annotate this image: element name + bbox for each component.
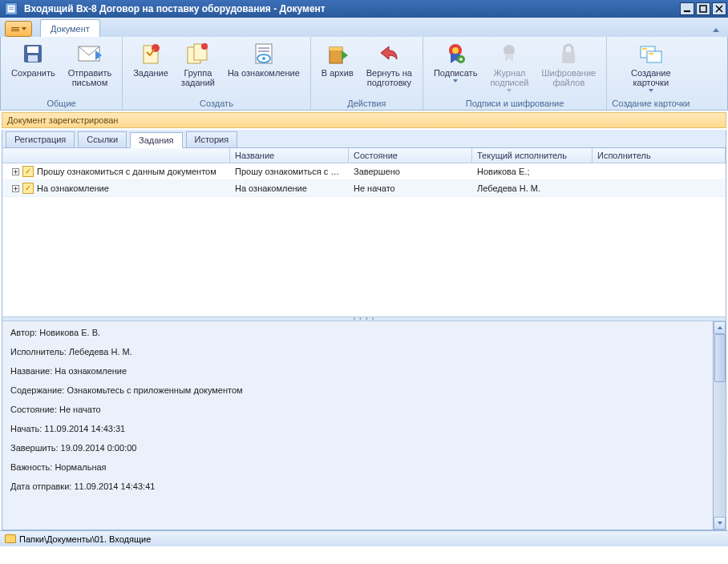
- ribbon-group-common: Сохранить Отправитьписьмом Общие: [1, 37, 123, 110]
- row-current: Лебедева Н. М.: [472, 181, 593, 195]
- svg-rect-29: [649, 53, 653, 54]
- chevron-up-icon: [713, 28, 719, 32]
- row-state: Завершено: [349, 164, 472, 179]
- row-name: Прошу ознакомиться с да...: [230, 164, 349, 179]
- svg-point-13: [201, 43, 208, 50]
- svg-rect-1: [9, 7, 14, 8]
- scroll-thumb[interactable]: [714, 334, 726, 382]
- task-group-icon: [185, 41, 211, 66]
- send-mail-label-2: письмом: [72, 78, 108, 87]
- ribbon: Сохранить Отправитьписьмом Общие Задание…: [0, 37, 728, 111]
- encrypt-label-1: Шифрование: [542, 68, 597, 78]
- ribbon-group-create: Задание Группазаданий На ознакомление Со…: [123, 37, 311, 110]
- group-label-actions: Действия: [347, 97, 386, 110]
- encrypt-button: Шифрованиефайлов: [536, 38, 602, 90]
- grid-header-exec[interactable]: Исполнитель: [593, 148, 726, 163]
- footer-path: Папки\Документы\01. Входящие: [19, 534, 151, 544]
- grid-header-current[interactable]: Текущий исполнитель: [472, 148, 593, 163]
- svg-rect-4: [700, 6, 706, 12]
- chevron-down-icon: [649, 89, 653, 92]
- return-label-2: подготовку: [367, 78, 411, 87]
- journal-button: Журналподписей: [484, 38, 534, 95]
- archive-icon: [325, 41, 350, 66]
- return-icon: [376, 41, 402, 66]
- review-label: На ознакомление: [228, 68, 300, 78]
- detail-finish: Завершить: 19.09.2014 0:00:00: [10, 443, 718, 453]
- expand-toggle[interactable]: [12, 168, 19, 175]
- encrypt-icon: [556, 41, 581, 66]
- group-label-card: Создание карточки: [612, 97, 690, 110]
- encrypt-label-2: файлов: [552, 78, 584, 87]
- save-button[interactable]: Сохранить: [6, 38, 61, 80]
- grid-header-blank[interactable]: [2, 148, 230, 163]
- create-card-label-2: карточки: [633, 78, 669, 87]
- card-tabs: Регистрация Ссылки Задания История: [2, 130, 726, 148]
- scroll-up-button[interactable]: [714, 321, 726, 334]
- task-row-icon: ✓: [22, 183, 34, 194]
- grid-header-name[interactable]: Название: [230, 148, 349, 163]
- tab-history[interactable]: История: [186, 131, 238, 147]
- svg-rect-3: [684, 10, 690, 12]
- tab-tasks[interactable]: Задания: [130, 132, 182, 148]
- svg-rect-2: [9, 9, 14, 10]
- row-exec: [593, 169, 726, 174]
- sign-icon: [443, 41, 468, 66]
- menu-icon: [11, 27, 19, 31]
- create-card-button[interactable]: Созданиекарточки: [625, 38, 677, 95]
- expand-toggle[interactable]: [12, 185, 19, 192]
- sign-button[interactable]: Подписать: [428, 38, 483, 85]
- app-icon: [5, 2, 18, 15]
- group-label-sign: Подписи и шифрование: [466, 97, 564, 110]
- review-button[interactable]: На ознакомление: [222, 38, 305, 80]
- row-current: Новикова Е.;: [472, 164, 593, 179]
- task-group-label-1: Группа: [184, 68, 212, 78]
- send-mail-label-1: Отправить: [68, 68, 112, 78]
- main-area: Название Состояние Текущий исполнитель И…: [2, 148, 726, 530]
- ribbon-group-actions: В архив Вернуть наподготовку Действия: [311, 37, 423, 110]
- svg-rect-7: [28, 55, 38, 62]
- detail-importance: Важность: Нормальная: [10, 462, 718, 472]
- app-menu-button[interactable]: [5, 21, 32, 37]
- tab-registration[interactable]: Регистрация: [6, 131, 75, 147]
- task-label: Задание: [133, 68, 168, 78]
- detail-state: Состояние: Не начато: [10, 405, 718, 414]
- minimize-button[interactable]: [680, 2, 694, 15]
- table-row[interactable]: ✓ Прошу ознакомиться с данным документом…: [2, 163, 726, 180]
- return-button[interactable]: Вернуть наподготовку: [361, 38, 418, 90]
- scroll-down-button[interactable]: [714, 517, 726, 530]
- create-card-label-1: Создание: [631, 68, 671, 78]
- task-group-label-2: заданий: [181, 78, 215, 87]
- task-button[interactable]: Задание: [127, 38, 174, 80]
- save-icon: [20, 41, 46, 66]
- status-text: Документ зарегистрирован: [7, 115, 118, 125]
- window-title: Входящий Вх-8 Договор на поставку оборуд…: [21, 3, 678, 14]
- ribbon-group-card: Созданиекарточки Создание карточки: [607, 37, 694, 110]
- row-exec: [593, 186, 726, 191]
- title-bar: Входящий Вх-8 Договор на поставку оборуд…: [0, 0, 728, 18]
- task-group-button[interactable]: Группазаданий: [176, 38, 220, 90]
- group-label-create: Создать: [200, 97, 233, 110]
- detail-panel: Автор: Новикова Е. В. Исполнитель: Лебед…: [2, 321, 726, 530]
- table-row[interactable]: ✓ На ознакомление На ознакомление Не нач…: [2, 180, 726, 197]
- svg-rect-28: [642, 48, 647, 50]
- ribbon-tab-document[interactable]: Документ: [40, 19, 100, 37]
- scrollbar[interactable]: [713, 321, 726, 530]
- detail-executor: Исполнитель: Лебедева Н. М.: [10, 347, 718, 357]
- archive-button[interactable]: В архив: [316, 38, 359, 80]
- detail-content: Содержание: Ознакомьтесь с приложенным д…: [10, 385, 718, 395]
- ribbon-group-sign: Подписать Журналподписей Шифрованиефайло…: [423, 37, 607, 110]
- svg-rect-6: [27, 46, 38, 53]
- send-mail-button[interactable]: Отправитьписьмом: [63, 38, 118, 90]
- mail-icon: [77, 41, 103, 66]
- tab-links[interactable]: Ссылки: [78, 131, 127, 147]
- svg-rect-20: [330, 47, 342, 50]
- archive-label: В архив: [322, 68, 354, 78]
- maximize-button[interactable]: [696, 2, 710, 15]
- tasks-grid[interactable]: Название Состояние Текущий исполнитель И…: [2, 148, 726, 316]
- svg-point-22: [452, 47, 459, 54]
- close-button[interactable]: [712, 2, 726, 15]
- grid-header-state[interactable]: Состояние: [349, 148, 472, 163]
- ribbon-collapse-button[interactable]: [709, 22, 723, 37]
- chevron-down-icon: [507, 89, 512, 92]
- row-state: Не начато: [349, 181, 472, 195]
